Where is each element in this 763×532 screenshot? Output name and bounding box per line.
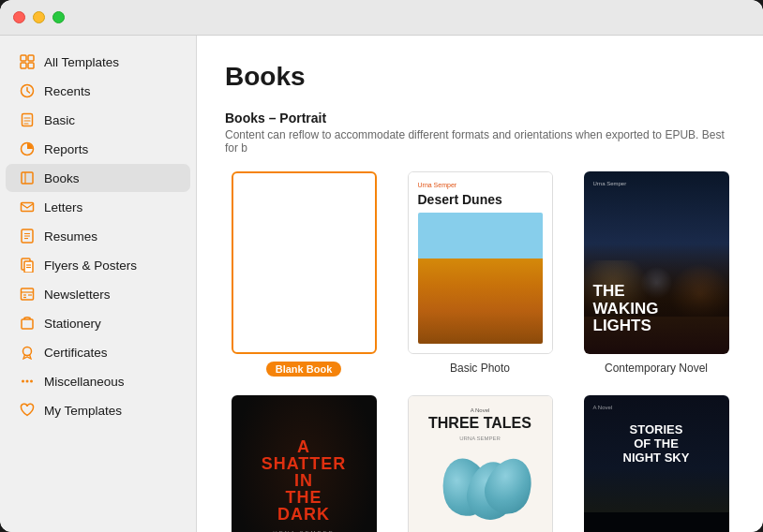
- nightsky-novel: A Novel: [593, 405, 720, 410]
- sidebar: All Templates Recents: [0, 36, 197, 532]
- chart-icon: [19, 140, 36, 157]
- contemporary-title: THEWAKINGLIGHTS: [593, 283, 720, 335]
- section-title: Books – Portrait: [225, 111, 735, 126]
- sidebar-item-certificates[interactable]: Certificates: [6, 338, 190, 366]
- sidebar-item-label: Basic: [44, 113, 75, 127]
- svg-rect-0: [21, 55, 26, 61]
- section-desc: Content can reflow to accommodate differ…: [225, 128, 735, 155]
- template-grid: Blank Book Urna Semper Desert Dunes Basi…: [225, 171, 735, 532]
- template-item-nightsky[interactable]: A Novel STORIESOF THENIGHT SKY URNA SEMP…: [577, 395, 735, 532]
- svg-point-27: [23, 347, 32, 356]
- sidebar-item-label: Reports: [44, 142, 88, 156]
- resume-icon: [19, 228, 36, 244]
- template-item-desert[interactable]: Urna Semper Desert Dunes Basic Photo: [401, 171, 559, 377]
- sidebar-item-label: Stationery: [44, 317, 101, 331]
- sidebar-item-label: Flyers & Posters: [44, 259, 137, 273]
- app-window: All Templates Recents: [0, 0, 763, 532]
- maximize-button[interactable]: [52, 11, 65, 23]
- template-thumb-shatter: ASHATTERINTHEDARK URNA SEMPER: [232, 395, 377, 532]
- template-thumb-contemporary: Urna Semper THEWAKINGLIGHTS: [584, 171, 729, 354]
- blank-book-label: Blank Book: [266, 362, 342, 377]
- svg-point-29: [26, 380, 29, 383]
- sidebar-item-all-templates[interactable]: All Templates: [6, 48, 190, 76]
- titlebar: [0, 0, 763, 36]
- letter-icon: [19, 199, 36, 215]
- sidebar-item-letters[interactable]: Letters: [6, 193, 190, 221]
- svg-rect-2: [21, 63, 26, 68]
- sidebar-item-label: Certificates: [44, 346, 108, 360]
- template-thumb-blank: [232, 171, 377, 354]
- template-item-contemporary[interactable]: Urna Semper THEWAKINGLIGHTS Contemporary…: [577, 171, 735, 377]
- sidebar-item-stationery[interactable]: Stationery: [6, 309, 190, 337]
- desert-image: [418, 213, 543, 344]
- threetales-title: THREE TALES: [428, 415, 531, 432]
- sidebar-item-label: Miscellaneous: [44, 375, 125, 389]
- svg-rect-12: [22, 203, 34, 212]
- template-item-blank[interactable]: Blank Book: [225, 171, 382, 377]
- sidebar-item-label: Books: [44, 171, 80, 185]
- template-item-shatter[interactable]: ASHATTERINTHEDARK URNA SEMPER: [225, 395, 382, 532]
- desert-author: Urna Semper: [418, 182, 543, 188]
- sidebar-item-label: Letters: [44, 200, 82, 214]
- sidebar-item-miscellaneous[interactable]: Miscellaneous: [6, 367, 190, 395]
- shatter-title: ASHATTERINTHEDARK: [262, 438, 347, 523]
- sidebar-item-reports[interactable]: Reports: [6, 135, 190, 163]
- template-thumb-nightsky: A Novel STORIESOF THENIGHT SKY URNA SEMP…: [584, 395, 729, 532]
- contemporary-label: Contemporary Novel: [605, 362, 708, 375]
- clock-icon: [19, 82, 36, 99]
- page-title: Books: [225, 62, 735, 92]
- desert-label: Basic Photo: [450, 362, 510, 375]
- svg-rect-1: [28, 55, 34, 61]
- sidebar-item-newsletters[interactable]: Newsletters: [6, 280, 190, 308]
- sidebar-item-label: All Templates: [44, 55, 119, 69]
- sidebar-item-flyers-posters[interactable]: Flyers & Posters: [6, 251, 190, 279]
- stationery-icon: [19, 315, 36, 332]
- template-thumb-desert: Urna Semper Desert Dunes: [408, 171, 553, 354]
- flyer-icon: [19, 257, 36, 273]
- app-body: All Templates Recents: [0, 36, 763, 532]
- sidebar-item-my-templates[interactable]: My Templates: [6, 396, 190, 424]
- svg-point-30: [30, 380, 33, 383]
- desert-title: Desert Dunes: [418, 192, 543, 207]
- contemporary-author: Urna Semper: [593, 181, 720, 186]
- grid-icon: [19, 53, 36, 70]
- sidebar-item-label: Newsletters: [44, 288, 111, 302]
- minimize-button[interactable]: [33, 11, 45, 23]
- sidebar-item-label: Recents: [44, 84, 91, 98]
- trees-silhouette: [584, 512, 729, 532]
- threetales-novel: A Novel: [471, 407, 490, 413]
- svg-rect-26: [22, 319, 33, 329]
- eggs-image: [438, 458, 522, 524]
- svg-rect-10: [22, 172, 33, 184]
- svg-rect-21: [22, 288, 34, 300]
- book-icon: [19, 170, 36, 186]
- main-content: Books Books – Portrait Content can reflo…: [197, 36, 763, 532]
- threetales-author: URNA SEMPER: [459, 436, 501, 441]
- sidebar-item-recents[interactable]: Recents: [6, 77, 190, 105]
- newsletter-icon: [19, 286, 36, 303]
- close-button[interactable]: [13, 11, 25, 23]
- sidebar-item-label: My Templates: [44, 404, 122, 418]
- certificate-icon: [19, 344, 36, 361]
- svg-point-28: [22, 380, 24, 383]
- sidebar-item-resumes[interactable]: Resumes: [6, 222, 190, 250]
- heart-icon: [19, 402, 36, 419]
- template-thumb-threetales: A Novel THREE TALES URNA SEMPER: [408, 395, 553, 532]
- nightsky-title: STORIESOF THENIGHT SKY: [593, 423, 720, 466]
- svg-rect-3: [28, 63, 34, 68]
- template-item-threetales[interactable]: A Novel THREE TALES URNA SEMPER: [401, 395, 559, 532]
- misc-icon: [19, 373, 36, 390]
- sidebar-item-label: Resumes: [44, 229, 97, 244]
- doc-icon: [19, 111, 36, 128]
- sidebar-item-basic[interactable]: Basic: [6, 106, 190, 134]
- sidebar-item-books[interactable]: Books: [6, 164, 190, 192]
